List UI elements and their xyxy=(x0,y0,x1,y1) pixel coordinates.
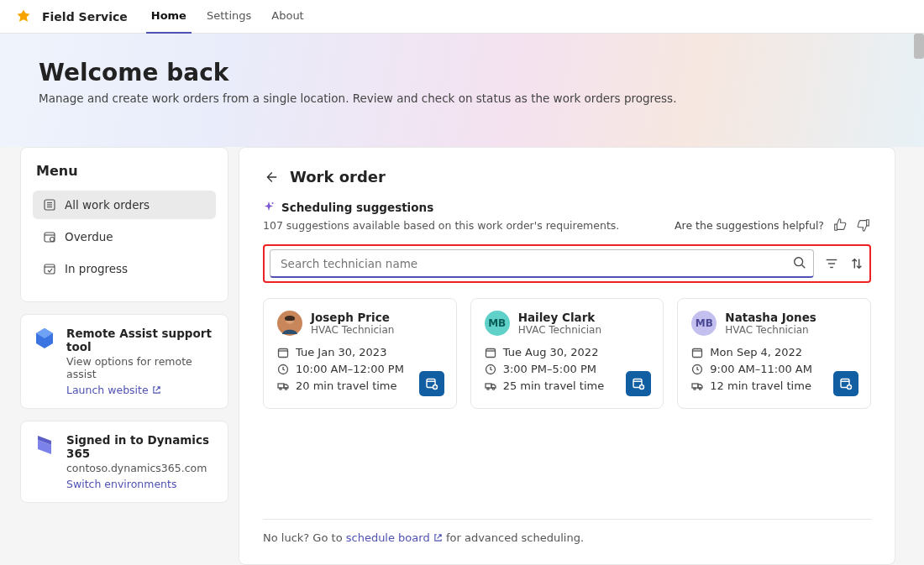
search-row-highlight xyxy=(263,244,871,283)
calendar-add-icon xyxy=(632,377,645,390)
clock-icon xyxy=(691,364,703,375)
calendar-icon xyxy=(277,347,289,358)
hero-subtitle: Manage and create work orders from a sin… xyxy=(39,92,885,105)
suggestions-title: Scheduling suggestions xyxy=(281,201,433,214)
list-icon xyxy=(43,198,56,212)
search-technician-input[interactable] xyxy=(270,249,814,278)
book-button[interactable] xyxy=(833,371,858,396)
nav-about[interactable]: About xyxy=(266,0,308,34)
menu-item-label: Overdue xyxy=(65,230,113,243)
book-button[interactable] xyxy=(626,371,651,396)
svg-point-21 xyxy=(285,387,286,389)
menu-in-progress[interactable]: In progress xyxy=(33,254,216,283)
menu-all-work-orders[interactable]: All work orders xyxy=(33,191,216,219)
technician-role: HVAC Technician xyxy=(518,324,601,336)
dynamics-icon xyxy=(33,433,56,457)
calendar-add-icon xyxy=(839,377,853,390)
avatar: MB xyxy=(691,311,717,336)
hero: Welcome back Manage and create work orde… xyxy=(0,34,924,147)
nav-settings[interactable]: Settings xyxy=(202,0,256,34)
overdue-icon xyxy=(43,230,56,243)
calendar-add-icon xyxy=(425,377,438,390)
calendar-icon xyxy=(485,347,496,358)
brand-name: Field Service xyxy=(42,10,128,24)
technician-role: HVAC Technician xyxy=(311,324,394,336)
hero-title: Welcome back xyxy=(39,59,885,86)
info-sub: View options for remote assist xyxy=(66,355,216,380)
svg-rect-34 xyxy=(693,348,702,357)
launch-website-link[interactable]: Launch website xyxy=(66,384,161,396)
menu-item-label: All work orders xyxy=(65,198,150,212)
menu-card: Menu All work orders Overdue In progress xyxy=(20,147,228,302)
svg-rect-16 xyxy=(279,348,288,357)
svg-point-9 xyxy=(272,202,274,204)
nav-home[interactable]: Home xyxy=(146,0,192,34)
work-order-panel: Work order Scheduling suggestions 107 su… xyxy=(239,147,895,565)
back-arrow-icon[interactable] xyxy=(263,170,278,185)
calendar-icon xyxy=(691,347,703,358)
footer-pre: No luck? Go to xyxy=(263,531,346,544)
svg-point-10 xyxy=(795,258,803,266)
feedback-question: Are the suggestions helpful? xyxy=(675,219,824,232)
schedule-board-link[interactable]: schedule board xyxy=(346,531,443,544)
svg-point-38 xyxy=(694,387,696,389)
truck-icon xyxy=(277,380,289,392)
info-sub: contoso.dynamics365.com xyxy=(66,462,216,474)
technician-cards: Joseph Price HVAC Technician Tue Jan 30,… xyxy=(263,298,871,409)
external-link-icon xyxy=(152,385,161,395)
book-button[interactable] xyxy=(419,371,444,396)
menu-title: Menu xyxy=(33,163,216,179)
technician-role: HVAC Technician xyxy=(725,324,816,336)
info-title: Signed in to Dynamics 365 xyxy=(66,433,216,460)
svg-point-6 xyxy=(50,238,55,242)
left-column: Menu All work orders Overdue In progress… xyxy=(20,147,228,565)
filter-icon[interactable] xyxy=(824,256,839,271)
svg-point-29 xyxy=(486,387,488,389)
footer-post: for advanced scheduling. xyxy=(443,531,584,544)
thumbs-down-icon[interactable] xyxy=(856,217,871,233)
suggestions-header: Scheduling suggestions xyxy=(263,201,871,214)
thumbs-up-icon[interactable] xyxy=(832,217,848,233)
avatar: MB xyxy=(485,311,510,336)
svg-line-11 xyxy=(802,265,806,269)
truck-icon xyxy=(691,380,703,392)
content: Menu All work orders Overdue In progress… xyxy=(0,147,916,565)
external-link-icon xyxy=(433,533,443,542)
sparkle-icon xyxy=(263,201,275,213)
menu-item-label: In progress xyxy=(65,262,128,275)
svg-point-20 xyxy=(280,387,281,389)
sort-icon[interactable] xyxy=(849,256,864,271)
search-icon[interactable] xyxy=(792,255,807,270)
remote-assist-card: Remote Assist support tool View options … xyxy=(20,314,228,409)
signed-in-card: Signed in to Dynamics 365 contoso.dynami… xyxy=(20,421,228,503)
clock-icon xyxy=(277,364,289,375)
technician-name: Hailey Clark xyxy=(518,311,601,324)
svg-point-39 xyxy=(700,387,701,389)
suggestions-count: 107 suggestions available based on this … xyxy=(263,219,619,232)
panel-footer: No luck? Go to schedule board for advanc… xyxy=(263,519,871,544)
hexagon-icon xyxy=(33,327,56,350)
top-nav: Field Service Home Settings About xyxy=(0,0,924,34)
avatar xyxy=(277,311,302,336)
search-box xyxy=(270,249,814,278)
clock-icon xyxy=(485,364,496,375)
technician-card[interactable]: Joseph Price HVAC Technician Tue Jan 30,… xyxy=(263,298,457,409)
in-progress-icon xyxy=(43,262,56,275)
feedback-row: Are the suggestions helpful? xyxy=(675,217,871,233)
scrollbar[interactable] xyxy=(914,34,924,59)
technician-card[interactable]: MB Hailey Clark HVAC Technician Tue Aug … xyxy=(470,298,664,409)
technician-card[interactable]: MB Natasha Jones HVAC Technician Mon Sep… xyxy=(677,298,871,409)
panel-header: Work order xyxy=(263,168,871,186)
technician-name: Natasha Jones xyxy=(725,311,816,324)
svg-point-30 xyxy=(492,387,494,389)
suggestions-meta: 107 suggestions available based on this … xyxy=(263,217,871,233)
technician-name: Joseph Price xyxy=(311,311,394,324)
switch-env-link[interactable]: Switch environments xyxy=(66,478,176,490)
svg-rect-25 xyxy=(486,348,495,357)
brand-icon xyxy=(15,8,32,25)
panel-title: Work order xyxy=(290,168,386,186)
truck-icon xyxy=(485,380,496,392)
menu-overdue[interactable]: Overdue xyxy=(33,222,216,251)
info-title: Remote Assist support tool xyxy=(66,327,216,353)
